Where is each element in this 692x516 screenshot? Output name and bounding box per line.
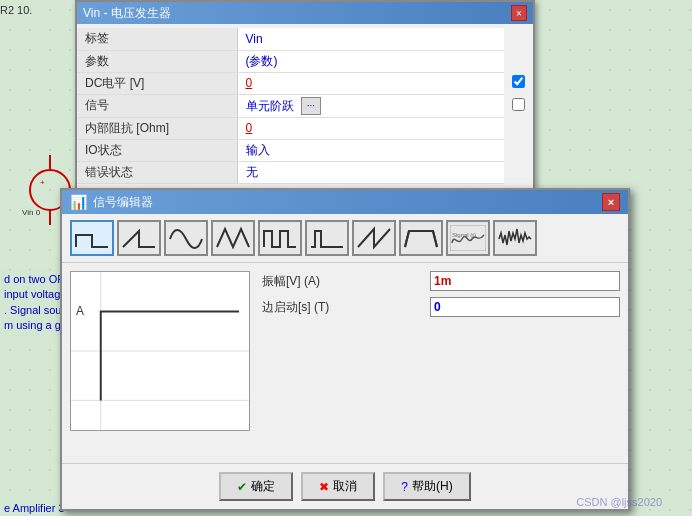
label-error: 错误状态 bbox=[77, 161, 237, 183]
waveform-step-btn[interactable] bbox=[70, 220, 114, 256]
triangle-wave-icon bbox=[215, 225, 251, 251]
help-label: 帮助(H) bbox=[412, 478, 453, 495]
table-row: IO状态 输入 bbox=[77, 139, 533, 161]
trapezoid-wave-icon bbox=[403, 225, 439, 251]
watermark: CSDN @ljss2020 bbox=[576, 496, 662, 508]
label-param: 参数 bbox=[77, 50, 237, 72]
value-impedance: 0 bbox=[237, 117, 504, 139]
edge-start-row: 边启动[s] (T) bbox=[262, 297, 620, 317]
signal-editor-titlebar: 📊 信号编辑器 × bbox=[62, 190, 628, 214]
label-signal: 信号 bbox=[77, 94, 237, 117]
noise-wave-icon bbox=[497, 225, 533, 251]
preview-svg: A bbox=[71, 272, 249, 430]
waveform-noise-btn[interactable] bbox=[493, 220, 537, 256]
svg-text:Signal (t): Signal (t) bbox=[452, 232, 476, 238]
table-row: 内部阻抗 [Ohm] 0 bbox=[77, 117, 533, 139]
value-error: 无 bbox=[237, 161, 504, 183]
value-io: 输入 bbox=[237, 139, 504, 161]
value-param: (参数) bbox=[237, 50, 504, 72]
label-tag: 标签 bbox=[77, 28, 237, 50]
sine-wave-icon bbox=[168, 225, 204, 251]
table-row: 信号 单元阶跃 ··· bbox=[77, 94, 533, 117]
svg-text:Vin 0: Vin 0 bbox=[22, 208, 41, 217]
value-dc: 0 bbox=[237, 72, 504, 94]
waveform-toolbar: Signal (t) bbox=[62, 214, 628, 263]
vin-dialog: Vin - 电压发生器 × 标签 Vin 参数 (参数) DC电平 [V] 0 … bbox=[75, 0, 535, 190]
signal-editor-icon: 📊 bbox=[70, 194, 87, 210]
svg-text:A: A bbox=[76, 304, 84, 318]
vin-params-table: 标签 Vin 参数 (参数) DC电平 [V] 0 信号 单元阶跃 ··· bbox=[77, 28, 533, 184]
value-signal: 单元阶跃 ··· bbox=[237, 94, 504, 117]
waveform-pulse-btn[interactable] bbox=[305, 220, 349, 256]
vin-dialog-title: Vin - 电压发生器 bbox=[83, 5, 171, 22]
amplitude-label: 振幅[V] (A) bbox=[262, 273, 422, 290]
ok-button[interactable]: ✔ 确定 bbox=[219, 472, 293, 501]
waveform-ramp-btn[interactable] bbox=[117, 220, 161, 256]
ok-icon: ✔ bbox=[237, 480, 247, 494]
signal-dots-button[interactable]: ··· bbox=[301, 97, 321, 115]
label-impedance: 内部阻抗 [Ohm] bbox=[77, 117, 237, 139]
signal-t-wave-icon: Signal (t) bbox=[450, 225, 486, 251]
signal-editor-title: 信号编辑器 bbox=[93, 194, 153, 211]
waveform-trapezoid-btn[interactable] bbox=[399, 220, 443, 256]
waveform-triangle-btn[interactable] bbox=[211, 220, 255, 256]
table-row: 标签 Vin bbox=[77, 28, 533, 50]
table-row: 参数 (参数) bbox=[77, 50, 533, 72]
cancel-label: 取消 bbox=[333, 478, 357, 495]
signal-checkbox[interactable] bbox=[512, 98, 525, 111]
waveform-signal-t-btn[interactable]: Signal (t) bbox=[446, 220, 490, 256]
amplitude-row: 振幅[V] (A) bbox=[262, 271, 620, 291]
vin-dialog-content: 标签 Vin 参数 (参数) DC电平 [V] 0 信号 单元阶跃 ··· bbox=[77, 24, 533, 188]
square-wave-icon bbox=[262, 225, 298, 251]
vin-dialog-close[interactable]: × bbox=[511, 5, 527, 21]
ok-label: 确定 bbox=[251, 478, 275, 495]
edge-start-label: 边启动[s] (T) bbox=[262, 299, 422, 316]
step-wave-icon bbox=[74, 225, 110, 251]
signal-editor-content: A 振幅[V] (A) 边启动[s] (T) bbox=[62, 263, 628, 463]
dialog-buttons: ✔ 确定 ✖ 取消 ? 帮助(H) bbox=[62, 463, 628, 509]
svg-text:+: + bbox=[40, 178, 45, 187]
waveform-square-btn[interactable] bbox=[258, 220, 302, 256]
waveform-sine-btn[interactable] bbox=[164, 220, 208, 256]
waveform-preview: A bbox=[70, 271, 250, 431]
table-row: 错误状态 无 bbox=[77, 161, 533, 183]
edge-start-input[interactable] bbox=[430, 297, 620, 317]
amplitude-input[interactable] bbox=[430, 271, 620, 291]
sawtooth-wave-icon bbox=[356, 225, 392, 251]
waveform-sawtooth-btn[interactable] bbox=[352, 220, 396, 256]
r2-component-label: R2 10. bbox=[0, 4, 32, 16]
ramp-wave-icon bbox=[121, 225, 157, 251]
signal-editor-dialog: 📊 信号编辑器 × bbox=[60, 188, 630, 511]
value-tag: Vin bbox=[237, 28, 504, 50]
cancel-icon: ✖ bbox=[319, 480, 329, 494]
table-row: DC电平 [V] 0 bbox=[77, 72, 533, 94]
pulse-wave-icon bbox=[309, 225, 345, 251]
cancel-button[interactable]: ✖ 取消 bbox=[301, 472, 375, 501]
label-dc: DC电平 [V] bbox=[77, 72, 237, 94]
help-icon: ? bbox=[401, 480, 408, 494]
vin-dialog-titlebar: Vin - 电压发生器 × bbox=[77, 2, 533, 24]
signal-editor-close[interactable]: × bbox=[602, 193, 620, 211]
params-panel: 振幅[V] (A) 边启动[s] (T) bbox=[262, 271, 620, 455]
help-button[interactable]: ? 帮助(H) bbox=[383, 472, 470, 501]
label-io: IO状态 bbox=[77, 139, 237, 161]
dc-checkbox[interactable] bbox=[512, 75, 525, 88]
